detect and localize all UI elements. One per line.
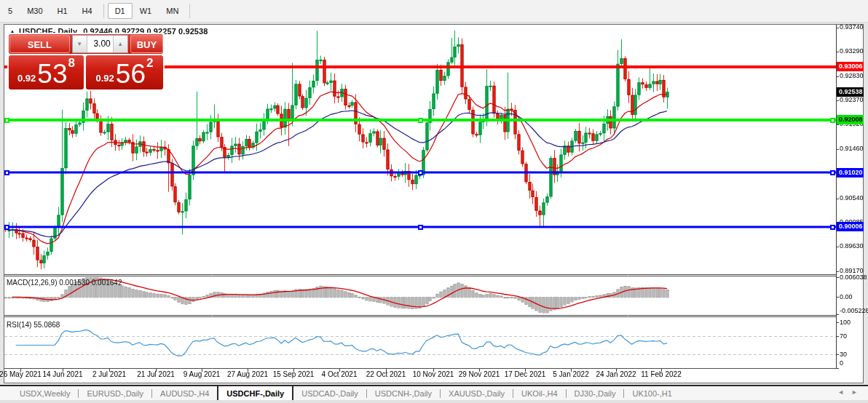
date-label: 26 May 2021	[0, 370, 42, 378]
price-axis-label: 0.93290	[840, 47, 864, 55]
tab-xauusd-daily[interactable]: XAUUSD-,Daily	[441, 386, 513, 400]
buy-price-tile[interactable]: 0.92 56 2	[86, 55, 163, 89]
tab-eurusd-daily[interactable]: EURUSD-,Daily	[79, 386, 151, 400]
date-label: 11 Feb 2022	[641, 370, 681, 378]
date-label: 17 Dec 2021	[505, 370, 546, 378]
timeframe-button-m30[interactable]: M30	[20, 3, 50, 19]
price-axis-label: 0.93740	[840, 23, 864, 31]
tab-usdx-weekly[interactable]: USDX,Weekly	[12, 386, 78, 400]
sell-button[interactable]: SELL	[9, 35, 70, 53]
macd-axis-label: 0.00	[840, 293, 853, 300]
timeframe-button-h4[interactable]: H4	[75, 3, 100, 19]
rsi-axis-label: 0	[840, 359, 843, 367]
tab-dj30-daily[interactable]: DJ30-,Daily	[567, 386, 624, 400]
volume-decrease-button[interactable]: ▼	[73, 36, 87, 52]
tab-audusd-h4[interactable]: AUDUSD-,H4	[152, 386, 217, 400]
bottom-strip	[0, 400, 868, 403]
tab-scroll-left-icon[interactable]: ◄	[837, 388, 851, 396]
date-label: 10 Nov 2021	[413, 370, 454, 378]
volume-stepper: ▼ 3.00 ▲	[72, 35, 128, 53]
volume-increase-button[interactable]: ▲	[113, 36, 127, 52]
price-axis-label: 0.89630	[840, 242, 864, 250]
sell-price-big: 53	[37, 60, 67, 87]
one-click-trading-panel: SELL ▼ 3.00 ▲ BUY 0.92 53 8 0.92 56 2	[7, 33, 165, 91]
timeframe-toolbar: 5M30H1H4D1W1MN	[0, 0, 868, 23]
quote-button-row: SELL ▼ 3.00 ▲ BUY	[9, 34, 163, 54]
price-axis-label: 0.92370	[840, 96, 864, 103]
date-label: 27 Aug 2021	[227, 370, 268, 378]
tab-usdcnh-daily[interactable]: USDCNH-,Daily	[367, 386, 440, 400]
quote-price-tiles: 0.92 53 8 0.92 56 2	[9, 55, 163, 89]
rsi-axis-label: 100	[840, 319, 851, 326]
tab-scroll-right-icon[interactable]: ►	[851, 388, 865, 396]
date-label: 14 Jun 2021	[42, 370, 82, 378]
toolbar-divider	[103, 4, 104, 18]
buy-button[interactable]: BUY	[130, 35, 163, 53]
buy-price-big: 56	[116, 60, 146, 87]
date-label: 21 Jul 2021	[137, 370, 175, 378]
macd-axis-label: -0.005228	[840, 307, 868, 314]
tab-uk100-h1[interactable]: UK100-,H1	[624, 386, 679, 400]
up-arrow-icon: ▲	[117, 41, 123, 47]
macd-axis-label: 0.006038	[840, 274, 867, 281]
rsi-label: RSI(14) 55.0868	[7, 321, 60, 329]
tab-usdcad-daily[interactable]: USDCAD-,Daily	[293, 386, 366, 400]
rsi-axis-label: 70	[840, 332, 847, 340]
macd-label: MACD(12,26,9) 0.001530 0.001642	[7, 279, 122, 287]
price-badge: 0.91020	[837, 168, 864, 177]
date-label: 4 Oct 2021	[322, 370, 358, 378]
tab-usdchf-daily[interactable]: USDCHF-,Daily	[217, 385, 293, 400]
date-label: 15 Sep 2021	[273, 370, 315, 378]
price-badge: 0.92538	[837, 87, 864, 97]
timeframe-button-h1[interactable]: H1	[50, 3, 75, 19]
date-label: 24 Jan 2022	[596, 370, 636, 378]
buy-price-prefix: 0.92	[96, 73, 114, 84]
date-label: 5 Jan 2022	[553, 370, 589, 378]
date-label: 2 Jul 2021	[92, 370, 126, 378]
sell-price-pip: 8	[68, 56, 75, 71]
price-axis-label: 0.91460	[840, 145, 864, 152]
tab-ukoil-h4[interactable]: UKOil-,H4	[513, 386, 566, 400]
timeframe-button-mn[interactable]: MN	[159, 3, 186, 19]
date-label: 29 Nov 2021	[459, 370, 500, 378]
price-badge: 0.90006	[837, 222, 864, 231]
sell-price-prefix: 0.92	[17, 73, 36, 84]
timeframe-button-w1[interactable]: W1	[133, 3, 159, 19]
price-badge: 0.92008	[837, 115, 864, 124]
volume-input[interactable]: 3.00	[87, 36, 113, 52]
date-label: 22 Oct 2021	[366, 370, 406, 378]
toolbar-divider	[189, 4, 190, 18]
date-label: 9 Aug 2021	[184, 370, 221, 378]
price-axis-label: 0.92830	[840, 72, 864, 79]
timeframe-button-5[interactable]: 5	[1, 3, 20, 19]
rsi-axis-label: 30	[840, 351, 847, 358]
down-arrow-icon: ▼	[76, 41, 82, 47]
timeframe-button-d1[interactable]: D1	[108, 3, 133, 19]
price-badge: 0.93006	[837, 62, 864, 71]
price-axis-label: 0.90540	[840, 194, 864, 202]
symbol-tab-bar: USDX,WeeklyEURUSD-,DailyAUDUSD-,H4USDCHF…	[0, 385, 868, 400]
sell-price-tile[interactable]: 0.92 53 8	[9, 55, 84, 89]
buy-price-pip: 2	[146, 56, 153, 71]
tab-scroll-arrows: ◄►	[837, 388, 865, 396]
